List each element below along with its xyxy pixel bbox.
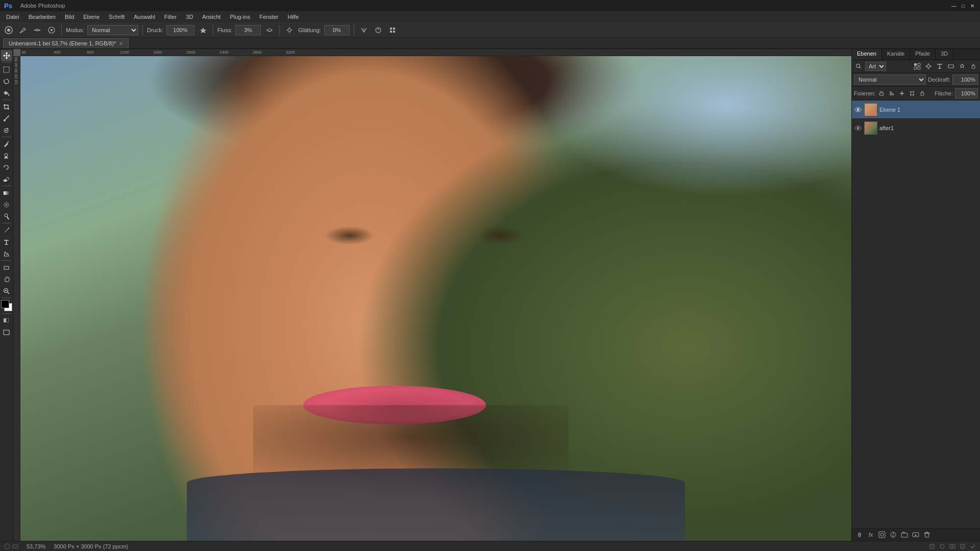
quick-mask-tool[interactable] (1, 315, 12, 326)
minimize-button[interactable]: — (950, 2, 958, 9)
tab-kanale[interactable]: Kanäle (882, 49, 910, 60)
layer-visibility-ebene1[interactable] (854, 106, 862, 114)
layers-type-select[interactable]: Art (865, 62, 886, 71)
svg-rect-22 (5, 157, 7, 158)
blur-tool[interactable] (1, 199, 12, 210)
close-button[interactable]: ✕ (969, 2, 976, 9)
menu-ebene[interactable]: Ebene (79, 13, 104, 21)
layers-filter-bar: Art (852, 60, 980, 73)
angle-icon[interactable] (373, 24, 384, 36)
eyedropper-tool[interactable] (1, 113, 12, 124)
shape-filter-icon[interactable] (946, 62, 955, 71)
lock-artboard-btn[interactable] (908, 89, 916, 97)
color-picker[interactable] (1, 300, 12, 311)
menu-filter[interactable]: Filter (160, 13, 181, 21)
menu-auswahl[interactable]: Auswahl (130, 13, 159, 21)
adjust-filter-icon[interactable] (924, 62, 933, 71)
fill-input[interactable] (955, 88, 978, 98)
settings-icon[interactable] (284, 24, 295, 36)
titlebar-controls[interactable]: — □ ✕ (950, 2, 976, 9)
opacity-input[interactable] (952, 74, 978, 85)
foreground-color[interactable] (1, 300, 9, 308)
lock-image-btn[interactable] (888, 89, 896, 97)
svg-point-73 (5, 544, 10, 549)
layer-item-ebene1[interactable]: Ebene 1 (852, 101, 980, 119)
shape-tool[interactable] (1, 262, 12, 273)
move-tool[interactable] (1, 50, 12, 61)
layer-link-btn[interactable] (855, 530, 864, 539)
menu-bild[interactable]: Bild (61, 13, 78, 21)
tab-ebenen[interactable]: Ebenen (852, 49, 882, 60)
druck-input[interactable] (166, 25, 194, 35)
layers-lock-row: Fixieren: Fläche: (852, 87, 980, 101)
zoom-tool[interactable] (1, 285, 12, 296)
crop-tool[interactable] (1, 101, 12, 112)
layer-visibility-after1[interactable] (854, 124, 862, 132)
layer-group-btn[interactable] (900, 530, 909, 539)
titlebar-left: Ps Adobe Photoshop (4, 2, 65, 10)
layer-item-after1[interactable]: after1 (852, 119, 980, 137)
menu-ansicht[interactable]: Ansicht (198, 13, 225, 21)
lock-position-btn[interactable] (898, 89, 906, 97)
maximize-button[interactable]: □ (960, 2, 967, 9)
layer-style-btn[interactable]: fx (866, 530, 875, 539)
lasso-tool[interactable] (1, 76, 12, 87)
lock-transparent-btn[interactable] (877, 89, 886, 97)
tool-sep-6 (2, 260, 11, 261)
ruler-horizontal: 30 400 800 1200 1600 2000 2400 2800 3200… (20, 49, 851, 56)
magic-wand-tool[interactable] (1, 87, 12, 98)
history-tool[interactable] (1, 162, 12, 173)
tab-pfade[interactable]: Pfade (910, 49, 936, 60)
clothing-layer (187, 468, 685, 541)
menu-bearbeiten[interactable]: Bearbeiten (24, 13, 60, 21)
separator-4 (279, 25, 280, 35)
menu-hilfe[interactable]: Hilfe (283, 13, 303, 21)
marquee-tool[interactable] (1, 64, 12, 75)
ruler-v-label: 10 20 30 40 50 (14, 57, 18, 84)
svg-rect-11 (393, 28, 395, 30)
smart-filter-icon[interactable] (958, 62, 967, 71)
screen-mode-tool[interactable] (1, 327, 12, 338)
gradient-tool[interactable] (1, 187, 12, 198)
pixel-filter-icon[interactable] (913, 62, 922, 71)
text-filter-icon[interactable] (935, 62, 944, 71)
menu-plugins[interactable]: Plug-ins (226, 13, 254, 21)
menu-3d[interactable]: 3D (182, 13, 197, 21)
healing-tool[interactable] (1, 124, 12, 136)
brush-tool-icon[interactable] (17, 24, 29, 36)
modus-select[interactable]: Normal (87, 25, 138, 35)
svg-rect-25 (4, 191, 9, 195)
layer-new-btn[interactable] (911, 530, 920, 539)
doc-tab-item[interactable]: Unbenannt-1 bei 53,7% (Ebene 1, RGB/8)* … (3, 38, 129, 48)
glattung-input[interactable] (324, 25, 350, 35)
extra-icon[interactable] (387, 24, 398, 36)
lock-all-btn[interactable] (918, 89, 926, 97)
symmetry-icon[interactable] (358, 24, 370, 36)
canvas-area[interactable] (20, 56, 851, 541)
layers-mode-select[interactable]: Normal (854, 74, 926, 85)
brush-tool[interactable] (1, 138, 12, 149)
menu-datei[interactable]: Datei (2, 13, 23, 21)
opacity-label: Deckraft: (928, 77, 950, 83)
svg-point-63 (857, 127, 860, 129)
menu-fenster[interactable]: Fenster (255, 13, 282, 21)
lock-filter-icon[interactable] (969, 62, 978, 71)
hand-tool[interactable] (1, 273, 12, 285)
doc-tab-close[interactable]: ✕ (119, 41, 123, 46)
brush-preset-icon[interactable] (46, 24, 57, 36)
dodge-tool[interactable] (1, 211, 12, 222)
stamp-tool[interactable] (1, 150, 12, 161)
layers-panel: Art (852, 60, 980, 541)
eraser-tool[interactable] (1, 173, 12, 185)
layer-mask-btn[interactable] (877, 530, 887, 539)
fluss-input[interactable] (235, 25, 261, 35)
brush-settings-icon[interactable] (32, 24, 43, 36)
layer-delete-btn[interactable] (922, 530, 932, 539)
menu-schrift[interactable]: Schrift (105, 13, 129, 21)
path-select-tool[interactable] (1, 248, 12, 259)
layer-adjustment-btn[interactable] (889, 530, 898, 539)
svg-rect-36 (4, 318, 6, 322)
pen-tool[interactable] (1, 224, 12, 236)
tab-3d[interactable]: 3D (936, 49, 953, 60)
text-tool[interactable] (1, 236, 12, 247)
